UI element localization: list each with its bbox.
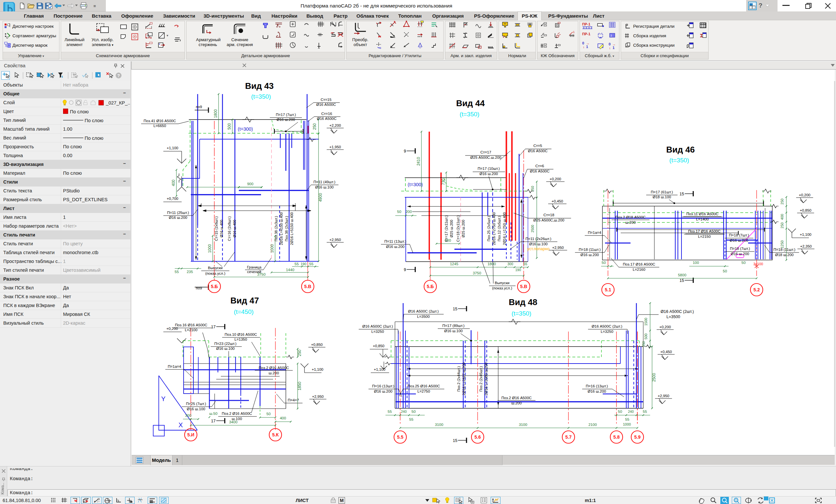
svg-text:+1,100: +1,100 [167,146,178,150]
svg-text:1: 1 [573,31,575,34]
svg-text:Ст=5: Ст=5 [533,144,542,148]
svg-text:Выпуски: Выпуски [208,266,223,270]
svg-text:2500: 2500 [652,373,656,382]
svg-text:5.7: 5.7 [565,434,572,440]
svg-text:Поз.17 Ø16 А500С: Поз.17 Ø16 А500С [688,229,720,233]
svg-text:Вид 47: Вид 47 [230,296,259,305]
svg-text:5.8: 5.8 [613,434,620,440]
svg-text:П=11 (2х26шт.): П=11 (2х26шт.) [525,237,551,241]
svg-text:Поз.17 Ø16 А500С: Поз.17 Ø16 А500С [623,262,655,266]
svg-text:L=2750: L=2750 [418,389,430,393]
svg-text:+2,950: +2,950 [658,394,669,398]
svg-text:2Ø16 L=4150 ш.400: 2Ø16 L=4150 ш.400 [279,212,283,245]
svg-text:(t=300): (t=300) [238,127,253,132]
svg-text:↓: ↓ [583,45,585,49]
svg-text:Вид 43: Вид 43 [245,81,273,91]
svg-text:1800: 1800 [213,109,218,118]
svg-text:Ø16 ш.200: Ø16 ш.200 [169,216,188,219]
svg-text:П=17 (10шт.): П=17 (10шт.) [478,167,500,171]
svg-text:Ст=17: Ст=17 [480,150,491,154]
svg-text:15: 15 [453,307,457,311]
svg-text:П=16 (13шт.): П=16 (13шт.) [586,384,608,388]
svg-text:Ø25 А500С.ш.200: Ø25 А500С.ш.200 [471,155,501,159]
svg-text:L=3500: L=3500 [417,314,430,318]
svg-text:По слою: По слою [84,136,103,141]
svg-text:Поз.25 (2х5шт.): Поз.25 (2х5шт.) [487,216,491,241]
svg-text:+2,950: +2,950 [329,238,341,242]
svg-text:+0,200: +0,200 [659,325,671,329]
svg-text:+2,950: +2,950 [552,246,564,250]
svg-text:1000: 1000 [623,422,631,426]
svg-text:П=18 (11шт.): П=18 (11шт.) [579,248,601,252]
svg-text:+1,950: +1,950 [329,145,341,149]
svg-text:55: 55 [625,418,629,421]
svg-text:400: 400 [780,214,784,220]
svg-text:Ø16 ш.200: Ø16 ш.200 [731,252,749,256]
svg-text:Ø18 ш.200: Ø18 ш.200 [775,253,794,257]
svg-text:2Ø16 L=2827 ш.200: 2Ø16 L=2827 ш.200 [462,363,466,395]
svg-text:Ø16 ш.200: Ø16 ш.200 [581,253,599,257]
svg-text:250: 250 [297,349,302,356]
svg-text:9: 9 [404,149,406,154]
svg-text:+2,200: +2,200 [329,123,341,128]
svg-text:2Ø16 L=1750 ш.400: 2Ø16 L=1750 ш.400 [502,212,506,245]
svg-text:Выпуски: Выпуски [495,281,510,285]
svg-text:Ø16 ш.200: Ø16 ш.200 [730,238,748,243]
svg-text:9: 9 [404,268,406,272]
svg-text:Ø16 ш.200: Ø16 ш.200 [386,245,405,249]
svg-text:2410: 2410 [416,157,421,166]
svg-text:2Ø16 L=2750 ш.400: 2Ø16 L=2750 ш.400 [492,212,496,245]
svg-text:55: 55 [309,262,314,266]
svg-text:500: 500 [644,333,648,340]
svg-text:1800: 1800 [488,262,496,266]
svg-text:Ø16 А500С: Ø16 А500С [317,117,337,120]
svg-text:уст.попарно: уст.попарно [527,247,550,251]
svg-text:(показ.усл.): (показ.усл.) [492,286,512,290]
svg-text:Поз.16 Ø16 А500С: Поз.16 Ø16 А500С [175,323,207,327]
svg-text:5.Б: 5.Б [427,284,434,289]
svg-text:Ст=15 (2х8шт.): Ст=15 (2х8шт.) [214,216,218,241]
svg-text:2Ø16 L=2080 ш.200: 2Ø16 L=2080 ш.200 [484,363,488,395]
svg-text:П=1а=4: П=1а=4 [168,365,181,368]
svg-text:L=3250: L=3250 [601,330,613,333]
svg-text:Поз.10 Ø16 А500С: Поз.10 Ø16 А500С [224,332,257,336]
svg-text:ш.50: ш.50 [209,411,217,415]
svg-text:(t=350): (t=350) [669,157,689,163]
svg-text:Ø16 А500С: Ø16 А500С [528,149,548,153]
svg-text:+0,200: +0,200 [799,193,811,197]
svg-text:сечений: сечений [247,270,261,274]
svg-text:Ø16 ш.100: Ø16 ш.100 [315,185,334,189]
svg-text:Ø25 А500С,ш.200: Ø25 А500С,ш.200 [533,218,565,222]
svg-text:1: 1 [612,46,614,50]
svg-text:(t=350): (t=350) [512,310,532,317]
svg-text:L=2150: L=2150 [698,234,711,238]
svg-text:Ø16 ш.100: Ø16 ш.100 [187,407,206,411]
svg-text:5.И: 5.И [187,432,194,438]
svg-text:200: 200 [405,210,412,214]
svg-text:+2,950: +2,950 [312,394,324,399]
svg-text:Ø16 ш.400: Ø16 ш.400 [220,220,224,237]
svg-text:5.Б: 5.Б [211,284,218,289]
svg-text:Ø16 А500С (2шт.): Ø16 А500С (2шт.) [661,309,694,314]
svg-text:П=11 (13шт.): П=11 (13шт.) [384,239,406,243]
svg-text:?: ? [117,73,120,78]
svg-text:L=2100: L=2100 [185,328,198,332]
svg-text:1850: 1850 [297,382,302,390]
svg-text:240: 240 [401,410,407,413]
svg-text:55: 55 [409,418,414,421]
svg-text:3х100: 3х100 [753,262,763,266]
svg-text:Ø16 А500С (2шт.): Ø16 А500С (2шт.) [408,309,439,313]
svg-text:П=18 (11шт.): П=18 (11шт.) [774,248,796,252]
svg-text:по9: по9 [196,286,202,290]
svg-text:Поз.2 Ø16 А500С: Поз.2 Ø16 А500С [222,411,252,415]
svg-text:(t=350): (t=350) [460,111,480,118]
svg-text:Ст=15: Ст=15 [321,98,331,102]
svg-text:П=17 (7шт.): П=17 (7шт.) [276,113,296,117]
svg-text:L=6650: L=6650 [154,124,166,128]
svg-text:Вид 48: Вид 48 [509,297,537,307]
svg-text:3750: 3750 [473,271,481,275]
svg-text:Поз.2 Ø16 А500С: Поз.2 Ø16 А500С [259,366,289,370]
svg-text:П=25 (7шт.): П=25 (7шт.) [186,402,206,406]
svg-text:5.9: 5.9 [634,434,641,440]
svg-text:Граница: Граница [247,265,262,269]
